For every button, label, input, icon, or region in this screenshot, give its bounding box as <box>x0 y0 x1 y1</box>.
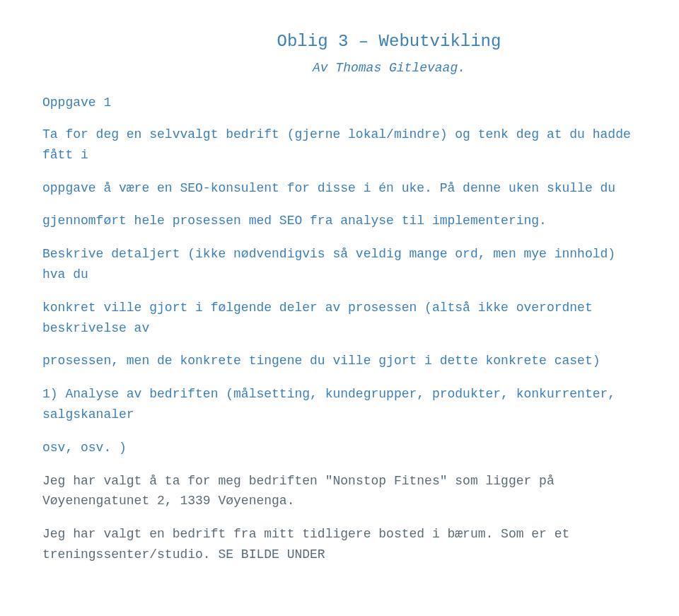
document-title: Oblig 3 – Webutvikling <box>42 28 637 55</box>
document-author: Av Thomas Gitlevaag. <box>42 58 637 79</box>
paragraph-9: Jeg har valgt å ta for meg bedriften "No… <box>42 471 637 512</box>
paragraph-3: gjennomført hele prosessen med SEO fra a… <box>42 211 637 231</box>
paragraph-5: konkret ville gjort i følgende deler av … <box>42 298 637 339</box>
paragraph-7: 1) Analyse av bedriften (målsetting, kun… <box>42 384 637 425</box>
paragraph-2: oppgave å være en SEO-konsulent for diss… <box>42 178 637 199</box>
paragraph-8: osv, osv. ) <box>42 438 637 458</box>
paragraph-9b: "Nonstop Fitnes" <box>325 474 448 488</box>
heading-oppgave-1: Oppgave 1 <box>42 93 637 113</box>
paragraph-4: Beskrive detaljert (ikke nødvendigvis så… <box>42 244 637 285</box>
paragraph-9a: Jeg har valgt å ta for meg bedriften <box>42 474 325 488</box>
paragraph-6: prosessen, men de konkrete tingene du vi… <box>42 351 637 371</box>
paragraph-10: Jeg har valgt en bedrift fra mitt tidlig… <box>42 524 637 565</box>
paragraph-1: Ta for deg en selvvalgt bedrift (gjerne … <box>42 124 637 165</box>
